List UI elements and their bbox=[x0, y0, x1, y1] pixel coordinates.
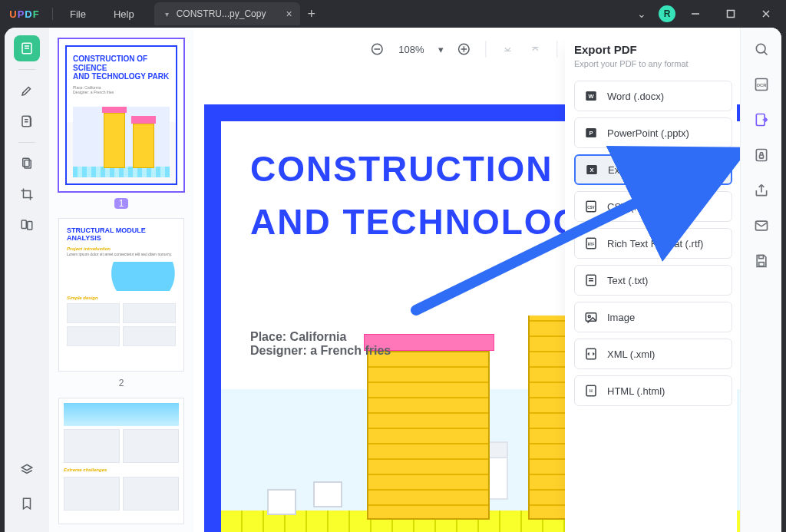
search-button[interactable] bbox=[751, 38, 772, 60]
export-option-word[interactable]: W Word (.docx) bbox=[574, 81, 732, 111]
image-icon bbox=[584, 310, 598, 324]
left-rail bbox=[5, 28, 49, 532]
svg-point-36 bbox=[588, 316, 590, 318]
powerpoint-icon: P bbox=[584, 126, 598, 140]
app-logo: UPDF bbox=[0, 8, 49, 20]
svg-text:H: H bbox=[590, 388, 593, 393]
export-option-rtf[interactable]: RTF Rich Text Format (.rtf) bbox=[574, 228, 732, 259]
rail-crop-button[interactable] bbox=[14, 181, 40, 207]
export-button[interactable] bbox=[751, 109, 772, 131]
export-option-powerpoint[interactable]: P PowerPoint (.pptx) bbox=[574, 117, 732, 148]
svg-text:OCR: OCR bbox=[756, 83, 767, 88]
svg-text:P: P bbox=[589, 130, 593, 137]
export-title: Export PDF bbox=[574, 43, 732, 56]
export-option-image[interactable]: Image bbox=[574, 302, 732, 332]
menu-file[interactable]: File bbox=[56, 0, 100, 28]
thumb2-sec1: Project introduction bbox=[67, 246, 176, 251]
thumbnail-pagenum-1: 1 bbox=[58, 198, 184, 209]
pdf-viewer: 108% ▾ 1 / 3 bbox=[193, 28, 781, 532]
thumb2-title-l1: STRUCTURAL MODULE bbox=[67, 226, 176, 234]
export-panel: Export PDF Export your PDF to any format… bbox=[565, 32, 737, 532]
export-subtitle: Export your PDF to any format bbox=[574, 59, 732, 68]
thumbnail-page-2[interactable]: STRUCTURAL MODULE ANALYSIS Project intro… bbox=[58, 218, 184, 372]
rail-highlighter-button[interactable] bbox=[14, 78, 40, 104]
svg-rect-48 bbox=[758, 263, 764, 266]
svg-text:CSV: CSV bbox=[587, 206, 594, 210]
document-tab[interactable]: ▾ CONSTRU...py_Copy × bbox=[154, 2, 300, 25]
rail-thumbnails-button[interactable] bbox=[14, 35, 40, 61]
svg-text:W: W bbox=[588, 93, 594, 100]
window-maximize-button[interactable] bbox=[715, 0, 746, 28]
export-option-csv[interactable]: CSV CSV (.csv) bbox=[574, 191, 732, 222]
rail-compare-button[interactable] bbox=[14, 212, 40, 238]
protect-button[interactable] bbox=[751, 144, 772, 166]
window-close-button[interactable] bbox=[751, 0, 781, 28]
thumbnail-pagenum-2: 2 bbox=[58, 378, 184, 388]
svg-line-41 bbox=[764, 51, 767, 55]
titlebar: UPDF File Help ▾ CONSTRU...py_Copy × + ⌄… bbox=[0, 0, 786, 28]
share-button[interactable] bbox=[751, 180, 772, 201]
thumb2-sec2: Simple design bbox=[67, 296, 176, 300]
zoom-out-button[interactable] bbox=[366, 38, 388, 60]
thumbnail-page-3[interactable]: Extreme challenges bbox=[58, 398, 184, 524]
tab-close-icon[interactable]: × bbox=[286, 8, 292, 20]
tab-caret-icon: ▾ bbox=[165, 10, 169, 18]
rail-pages-button[interactable] bbox=[14, 150, 40, 177]
svg-rect-12 bbox=[21, 220, 26, 229]
svg-point-40 bbox=[756, 44, 765, 53]
divider bbox=[52, 8, 53, 20]
html-icon: H bbox=[584, 384, 598, 398]
export-option-xml[interactable]: XML (.xml) bbox=[574, 339, 732, 369]
menu-help[interactable]: Help bbox=[100, 0, 148, 28]
thumbnail-panel: CONSTRUCTION OF SCIENCE AND TECHNOLOGY P… bbox=[49, 28, 193, 532]
csv-icon: CSV bbox=[584, 200, 598, 213]
zoom-value[interactable]: 108% bbox=[394, 44, 428, 55]
thumb1-title-l1: CONSTRUCTION OF SCIENCE bbox=[73, 55, 170, 72]
thumbnail-page-1[interactable]: CONSTRUCTION OF SCIENCE AND TECHNOLOGY P… bbox=[58, 38, 184, 192]
thumb2-title-l2: ANALYSIS bbox=[67, 234, 176, 242]
export-option-text[interactable]: Text (.txt) bbox=[574, 265, 732, 296]
thumb1-meta: Place: CaliforniaDesigner: a French frie… bbox=[73, 85, 170, 94]
rail-bookmark-button[interactable] bbox=[14, 491, 40, 517]
excel-icon: X bbox=[585, 163, 599, 177]
svg-rect-46 bbox=[759, 155, 763, 158]
export-option-html[interactable]: H HTML (.html) bbox=[574, 375, 732, 406]
tabs-dropdown-icon[interactable]: ⌄ bbox=[629, 3, 654, 25]
export-option-excel[interactable]: X Excel (.xlsx) bbox=[574, 154, 732, 185]
page-down-button[interactable] bbox=[497, 38, 519, 60]
svg-text:RTF: RTF bbox=[588, 243, 595, 246]
svg-rect-1 bbox=[728, 11, 735, 18]
text-icon bbox=[584, 273, 598, 287]
thumb1-title-l2: AND TECHNOLOGY PARK bbox=[73, 72, 170, 81]
tab-title: CONSTRU...py_Copy bbox=[177, 8, 266, 19]
ocr-button[interactable]: OCR bbox=[751, 74, 772, 95]
window-minimize-button[interactable] bbox=[680, 0, 711, 28]
add-tab-button[interactable]: + bbox=[300, 2, 323, 25]
email-button[interactable] bbox=[751, 215, 772, 236]
user-avatar[interactable]: R bbox=[659, 5, 675, 22]
app-body: CONSTRUCTION OF SCIENCE AND TECHNOLOGY P… bbox=[5, 28, 781, 532]
thumb3-sec: Extreme challenges bbox=[64, 466, 179, 474]
zoom-in-button[interactable] bbox=[454, 38, 475, 60]
document-meta: Place: California Designer: a French fri… bbox=[250, 330, 391, 358]
xml-icon bbox=[584, 347, 598, 361]
rtf-icon: RTF bbox=[584, 236, 598, 250]
right-rail: OCR bbox=[740, 28, 781, 532]
save-button[interactable] bbox=[751, 250, 772, 272]
rail-comment-button[interactable] bbox=[14, 108, 40, 134]
page-up-button[interactable] bbox=[525, 38, 547, 60]
svg-text:X: X bbox=[590, 167, 593, 173]
rail-layers-button[interactable] bbox=[14, 457, 40, 483]
zoom-dropdown-icon[interactable]: ▾ bbox=[435, 38, 447, 60]
word-icon: W bbox=[584, 89, 598, 103]
svg-rect-13 bbox=[28, 222, 32, 230]
svg-rect-49 bbox=[758, 256, 763, 259]
